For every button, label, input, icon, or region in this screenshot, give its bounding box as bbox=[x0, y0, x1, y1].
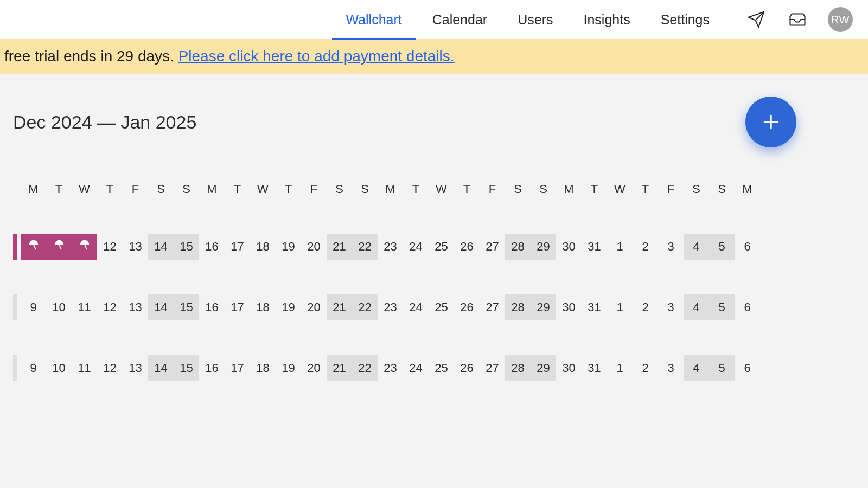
day-cell[interactable]: 12 bbox=[97, 355, 123, 381]
day-cell[interactable]: 2 bbox=[633, 355, 658, 381]
day-cell[interactable]: 22 bbox=[352, 294, 378, 320]
send-icon[interactable] bbox=[745, 9, 767, 30]
day-cell[interactable]: 25 bbox=[429, 294, 454, 320]
day-cell[interactable]: 29 bbox=[531, 294, 556, 320]
nav-users[interactable]: Users bbox=[518, 2, 553, 37]
day-cell[interactable]: 29 bbox=[531, 355, 556, 381]
day-cell[interactable]: 30 bbox=[556, 234, 582, 260]
day-cell[interactable]: 19 bbox=[276, 294, 301, 320]
day-cell[interactable]: 18 bbox=[250, 294, 276, 320]
day-cell[interactable]: 5 bbox=[709, 234, 735, 260]
day-cell[interactable]: 16 bbox=[199, 355, 225, 381]
day-cell[interactable]: 14 bbox=[148, 294, 174, 320]
day-cell[interactable]: 12 bbox=[97, 234, 123, 260]
add-button[interactable] bbox=[745, 97, 796, 147]
day-cell[interactable]: 23 bbox=[378, 294, 403, 320]
day-cell[interactable]: 27 bbox=[480, 355, 505, 381]
day-cell[interactable]: 21 bbox=[327, 234, 352, 260]
day-cell[interactable]: 12 bbox=[97, 294, 123, 320]
day-cell[interactable]: 5 bbox=[709, 355, 735, 381]
day-cell[interactable]: 13 bbox=[123, 355, 148, 381]
day-cell[interactable]: 13 bbox=[123, 294, 148, 320]
day-cell[interactable]: 26 bbox=[454, 294, 480, 320]
day-cell[interactable]: 23 bbox=[378, 355, 403, 381]
day-cell[interactable]: 27 bbox=[480, 294, 505, 320]
row-handle[interactable] bbox=[13, 355, 17, 381]
day-cell[interactable]: 4 bbox=[684, 234, 709, 260]
day-cell[interactable]: 22 bbox=[352, 234, 378, 260]
day-cell[interactable]: 14 bbox=[148, 234, 174, 260]
day-cell[interactable]: 13 bbox=[123, 234, 148, 260]
day-cell[interactable]: 10 bbox=[46, 355, 72, 381]
day-cell[interactable]: 5 bbox=[709, 294, 735, 320]
day-cell[interactable]: 31 bbox=[582, 234, 607, 260]
day-cell[interactable]: 6 bbox=[735, 234, 760, 260]
avatar[interactable]: RW bbox=[828, 7, 853, 32]
day-cell[interactable]: 16 bbox=[199, 294, 225, 320]
day-cell[interactable]: 19 bbox=[276, 234, 301, 260]
day-cell[interactable]: 22 bbox=[352, 355, 378, 381]
day-cell[interactable]: 30 bbox=[556, 294, 582, 320]
day-cell[interactable]: 25 bbox=[429, 355, 454, 381]
day-cell[interactable]: 21 bbox=[327, 355, 352, 381]
day-cell[interactable]: 18 bbox=[250, 355, 276, 381]
day-cell[interactable]: 26 bbox=[454, 355, 480, 381]
day-cell[interactable]: 26 bbox=[454, 234, 480, 260]
day-cell[interactable]: 23 bbox=[378, 234, 403, 260]
day-cell[interactable]: 16 bbox=[199, 234, 225, 260]
nav-settings[interactable]: Settings bbox=[661, 2, 710, 37]
day-cell[interactable]: 4 bbox=[684, 355, 709, 381]
day-cell[interactable]: 6 bbox=[735, 294, 760, 320]
nav-calendar[interactable]: Calendar bbox=[432, 2, 487, 37]
day-cell[interactable]: 14 bbox=[148, 355, 174, 381]
day-cell[interactable]: 19 bbox=[276, 355, 301, 381]
day-cell[interactable]: 28 bbox=[505, 294, 531, 320]
day-cell[interactable]: 9 bbox=[21, 355, 46, 381]
day-cell[interactable]: 27 bbox=[480, 234, 505, 260]
day-cell[interactable]: 15 bbox=[174, 234, 199, 260]
day-cell[interactable]: 10 bbox=[46, 294, 72, 320]
day-cell[interactable]: 3 bbox=[658, 294, 684, 320]
row-handle[interactable] bbox=[13, 234, 17, 260]
day-cell[interactable]: 20 bbox=[301, 234, 327, 260]
day-cell[interactable]: 20 bbox=[301, 355, 327, 381]
day-cell[interactable]: 3 bbox=[658, 234, 684, 260]
day-cell[interactable]: 31 bbox=[582, 294, 607, 320]
nav-wallchart[interactable]: Wallchart bbox=[346, 2, 401, 37]
day-cell[interactable]: 2 bbox=[633, 294, 658, 320]
day-cell[interactable]: 24 bbox=[403, 294, 429, 320]
day-cell[interactable]: 11 bbox=[72, 355, 97, 381]
row-handle[interactable] bbox=[13, 294, 17, 320]
day-cell[interactable]: 30 bbox=[556, 355, 582, 381]
day-cell[interactable]: 1 bbox=[607, 294, 633, 320]
day-cell[interactable]: 9 bbox=[21, 294, 46, 320]
nav-insights[interactable]: Insights bbox=[583, 2, 630, 37]
day-cell[interactable]: 24 bbox=[403, 355, 429, 381]
booked-day[interactable] bbox=[46, 234, 72, 260]
day-cell[interactable]: 3 bbox=[658, 355, 684, 381]
day-cell[interactable]: 28 bbox=[505, 355, 531, 381]
day-cell[interactable]: 20 bbox=[301, 294, 327, 320]
day-cell[interactable]: 28 bbox=[505, 234, 531, 260]
day-cell[interactable]: 1 bbox=[607, 234, 633, 260]
day-cell[interactable]: 17 bbox=[225, 294, 250, 320]
banner-link[interactable]: Please click here to add payment details… bbox=[178, 48, 455, 65]
inbox-icon[interactable] bbox=[787, 9, 808, 30]
day-cell[interactable]: 11 bbox=[72, 294, 97, 320]
day-cell[interactable]: 25 bbox=[429, 234, 454, 260]
day-cell[interactable]: 29 bbox=[531, 234, 556, 260]
booked-day[interactable] bbox=[21, 234, 46, 260]
day-cell[interactable]: 17 bbox=[225, 355, 250, 381]
day-cell[interactable]: 4 bbox=[684, 294, 709, 320]
day-cell[interactable]: 1 bbox=[607, 355, 633, 381]
booked-day[interactable] bbox=[72, 234, 97, 260]
day-cell[interactable]: 31 bbox=[582, 355, 607, 381]
day-cell[interactable]: 24 bbox=[403, 234, 429, 260]
day-cell[interactable]: 18 bbox=[250, 234, 276, 260]
day-cell[interactable]: 2 bbox=[633, 234, 658, 260]
day-cell[interactable]: 21 bbox=[327, 294, 352, 320]
day-cell[interactable]: 6 bbox=[735, 355, 760, 381]
day-cell[interactable]: 15 bbox=[174, 294, 199, 320]
day-cell[interactable]: 15 bbox=[174, 355, 199, 381]
day-cell[interactable]: 17 bbox=[225, 234, 250, 260]
